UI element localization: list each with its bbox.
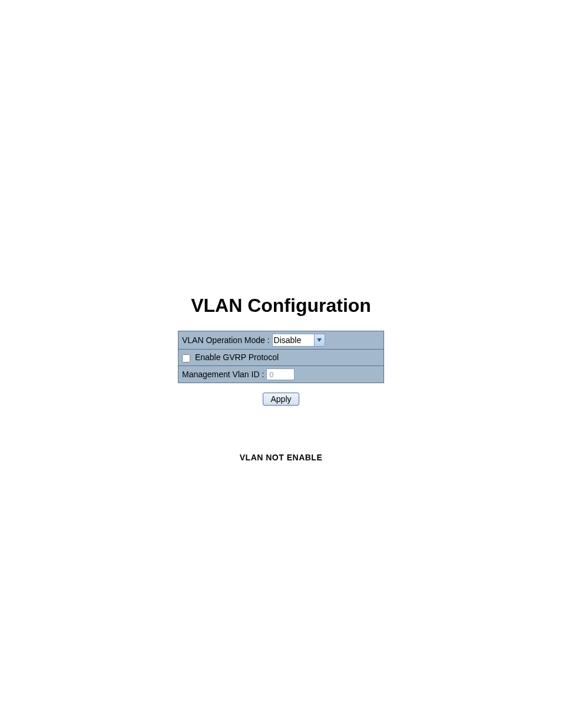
vlan-operation-mode-label: VLAN Operation Mode : [182,335,272,345]
vlan-operation-mode-row: VLAN Operation Mode : Disable [178,331,384,350]
management-vlan-id-input[interactable] [266,368,295,380]
apply-button[interactable]: Apply [263,393,299,406]
button-row: Apply [263,393,299,406]
main-container: VLAN Configuration VLAN Operation Mode :… [0,0,562,462]
vlan-config-table: VLAN Operation Mode : Disable Enable GVR… [178,331,384,383]
vlan-status-message: VLAN NOT ENABLE [240,453,323,462]
page-title: VLAN Configuration [191,295,371,317]
management-vlan-id-row: Management Vlan ID : [178,366,384,383]
enable-gvrp-checkbox[interactable] [182,354,190,363]
management-vlan-id-label: Management Vlan ID : [182,370,266,379]
enable-gvrp-row: Enable GVRP Protocol [178,350,384,366]
enable-gvrp-label: Enable GVRP Protocol [195,353,279,362]
vlan-operation-mode-select[interactable]: Disable [272,334,325,347]
